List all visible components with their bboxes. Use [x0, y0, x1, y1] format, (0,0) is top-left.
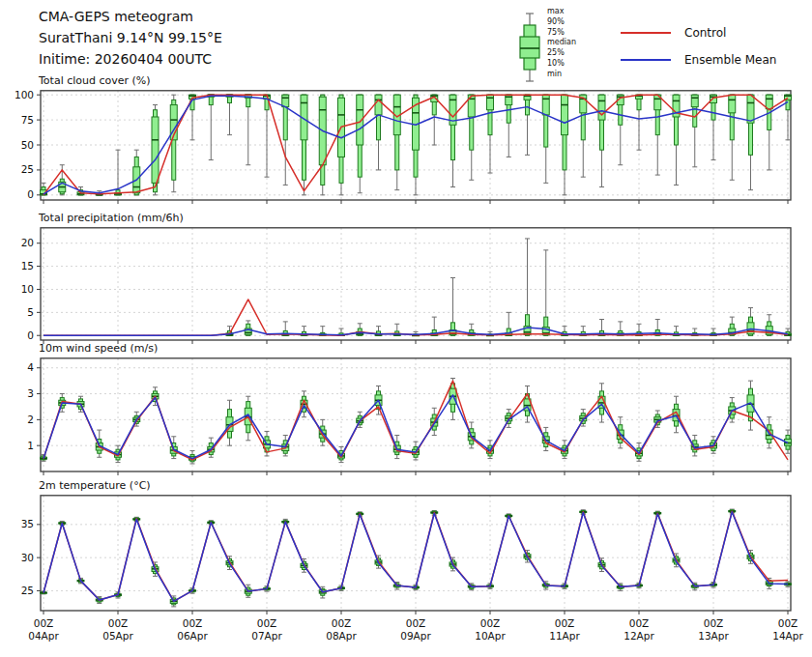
temperature-chart: 00Z04Apr00Z05Apr00Z06Apr00Z07Apr00Z08Apr…: [0, 495, 812, 651]
cloud-cover-panel-title: Total cloud cover (%): [39, 74, 151, 87]
svg-text:00Z: 00Z: [257, 617, 277, 629]
svg-text:05Apr: 05Apr: [102, 630, 133, 642]
svg-text:25: 25: [21, 163, 34, 175]
svg-text:75: 75: [21, 114, 34, 126]
ensemble-mean-line-swatch: [621, 59, 671, 61]
svg-text:00Z: 00Z: [34, 617, 54, 629]
boxplot-legend-icon: [516, 6, 545, 87]
svg-text:4: 4: [27, 361, 34, 373]
svg-text:00Z: 00Z: [480, 617, 501, 629]
svg-text:00Z: 00Z: [183, 617, 203, 629]
boxplot-legend-labels: max 90% 75% median 25% 10% min: [547, 7, 576, 80]
precipitation-chart: 05101520: [0, 227, 812, 344]
wind-speed-chart: 1234: [0, 357, 812, 475]
ensemble-mean-legend-label: Ensemble Mean: [684, 53, 776, 67]
svg-text:14Apr: 14Apr: [772, 630, 803, 642]
svg-text:5: 5: [27, 306, 34, 318]
svg-text:30: 30: [21, 552, 34, 563]
svg-text:11Apr: 11Apr: [549, 630, 580, 642]
svg-text:3: 3: [27, 387, 34, 399]
legend-label-10: 10%: [547, 59, 576, 70]
svg-text:10Apr: 10Apr: [475, 630, 506, 642]
svg-text:04Apr: 04Apr: [28, 630, 59, 642]
line-legend: Control Ensemble Mean: [621, 19, 776, 73]
legend-label-median: median: [547, 38, 576, 48]
header: CMA-GEPS meteogram SuratThani 9.14°N 99.…: [39, 6, 222, 70]
svg-text:35: 35: [21, 518, 34, 529]
legend-label-min: min: [547, 70, 576, 80]
control-line-swatch: [621, 32, 671, 34]
legend-label-75: 75%: [547, 28, 576, 39]
precipitation-panel-title: Total precipitation (mm/6h): [39, 212, 184, 224]
svg-text:00Z: 00Z: [555, 617, 575, 629]
svg-text:25: 25: [21, 585, 34, 596]
control-legend-label: Control: [684, 26, 726, 40]
legend-row-ensemble-mean: Ensemble Mean: [621, 46, 776, 73]
svg-text:50: 50: [21, 139, 34, 151]
svg-text:12Apr: 12Apr: [624, 630, 654, 642]
svg-text:20: 20: [21, 237, 34, 248]
svg-text:2: 2: [27, 414, 34, 425]
svg-text:00Z: 00Z: [108, 617, 129, 629]
svg-text:00Z: 00Z: [332, 617, 352, 629]
cloud-cover-chart: 0255075100: [0, 90, 812, 204]
svg-text:100: 100: [14, 90, 34, 100]
page-title: CMA-GEPS meteogram: [39, 6, 222, 27]
legend-label-25: 25%: [547, 48, 576, 59]
svg-text:0: 0: [27, 188, 34, 200]
svg-text:15: 15: [21, 260, 34, 271]
svg-text:09Apr: 09Apr: [400, 630, 431, 642]
svg-text:1: 1: [27, 440, 34, 451]
svg-text:06Apr: 06Apr: [177, 630, 208, 642]
svg-text:0: 0: [27, 329, 34, 341]
svg-text:07Apr: 07Apr: [251, 630, 282, 642]
meteogram-page: CMA-GEPS meteogram SuratThani 9.14°N 99.…: [0, 0, 812, 657]
svg-text:00Z: 00Z: [704, 617, 724, 629]
svg-text:10: 10: [21, 283, 34, 295]
svg-text:13Apr: 13Apr: [698, 630, 729, 642]
legend-row-control: Control: [621, 19, 776, 46]
legend-label-90: 90%: [547, 17, 576, 28]
station-info: SuratThani 9.14°N 99.15°E: [39, 27, 222, 48]
temperature-panel-title: 2m temperature (°C): [39, 479, 151, 492]
svg-text:08Apr: 08Apr: [326, 630, 357, 642]
init-time: Initime: 20260404 00UTC: [39, 48, 222, 70]
svg-text:00Z: 00Z: [629, 617, 650, 629]
svg-text:00Z: 00Z: [406, 617, 426, 629]
svg-text:00Z: 00Z: [778, 617, 798, 629]
legend-label-max: max: [547, 7, 576, 17]
